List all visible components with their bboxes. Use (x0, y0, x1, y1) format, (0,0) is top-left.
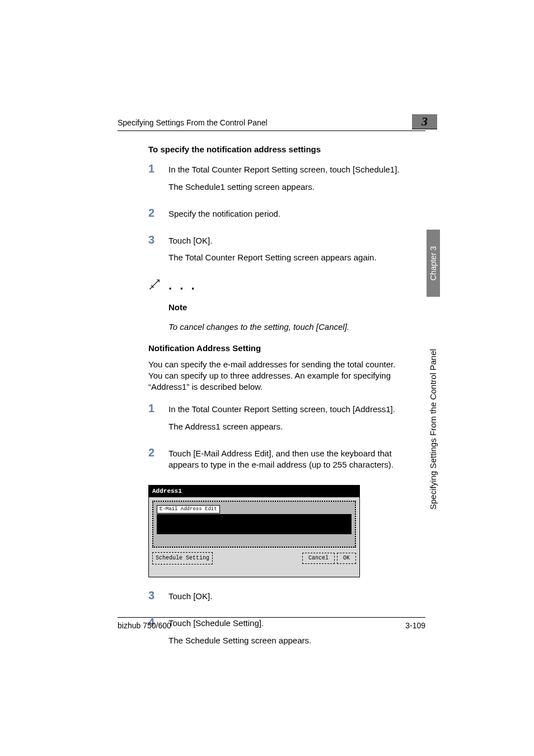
running-header-text: Specifying Settings From the Control Pan… (118, 118, 268, 127)
step-text: Specify the notification period. (168, 208, 410, 220)
step-number: 2 (148, 447, 168, 477)
step-body: Touch [OK]. (168, 590, 410, 608)
step-body: Touch [OK]. The Total Counter Report Set… (168, 234, 410, 269)
step-item: 1 In the Total Counter Report Setting sc… (148, 403, 410, 438)
step-number: 1 (148, 163, 168, 198)
side-title-text: Specifying Settings From the Control Pan… (428, 349, 438, 510)
step-text: In the Total Counter Report Setting scre… (168, 164, 410, 175)
panel-button-row: Schedule Setting Cancel OK (152, 552, 356, 564)
panel-body: E-Mail Address Edit Schedule Setting Can… (149, 497, 359, 577)
step-text: The Address1 screen appears. (168, 421, 410, 432)
cancel-button[interactable]: Cancel (302, 553, 335, 564)
step-number: 1 (148, 403, 168, 438)
email-address-edit-button[interactable]: E-Mail Address Edit (157, 505, 220, 514)
step-text: In the Total Counter Report Setting scre… (168, 404, 410, 415)
page-footer: bizhub 750/600 3-109 (118, 617, 425, 630)
schedule-setting-button[interactable]: Schedule Setting (152, 552, 213, 564)
step-item: 3 Touch [OK]. The Total Counter Report S… (148, 234, 410, 269)
section1-heading: To specify the notification address sett… (148, 144, 410, 155)
step-text: The Total Counter Report Setting screen … (168, 252, 410, 263)
step-body: Specify the notification period. (168, 207, 410, 225)
cancel-ok-group: Cancel OK (302, 553, 356, 564)
step-text: Touch [OK]. (168, 235, 410, 246)
section2-intro: You can specify the e-mail addresses for… (148, 359, 410, 393)
step-text: Touch [OK]. (168, 591, 410, 602)
side-title: Specifying Settings From the Control Pan… (428, 302, 438, 510)
address1-panel: Address1 E-Mail Address Edit Schedule Se… (148, 485, 360, 577)
note-row: . . . (148, 278, 410, 293)
note-text: To cancel changes to the setting, touch … (168, 321, 410, 333)
step-text: Touch [E-Mail Address Edit], and then us… (168, 448, 410, 471)
step-number: 3 (148, 234, 168, 269)
side-chapter-tab: Chapter 3 (427, 230, 440, 297)
step-item: 1 In the Total Counter Report Setting sc… (148, 163, 410, 198)
panel-dotted-area: E-Mail Address Edit (152, 501, 356, 548)
step-body: In the Total Counter Report Setting scre… (168, 163, 410, 198)
section2-heading: Notification Address Setting (148, 343, 410, 354)
side-chapter-text: Chapter 3 (429, 246, 438, 280)
step-body: Touch [E-Mail Address Edit], and then us… (168, 447, 410, 477)
step-number: 2 (148, 207, 168, 225)
note-icon (148, 278, 168, 293)
section2-steps-a: 1 In the Total Counter Report Setting sc… (148, 403, 410, 476)
section1-steps: 1 In the Total Counter Report Setting sc… (148, 163, 410, 269)
footer-right: 3-109 (405, 621, 425, 630)
footer-left: bizhub 750/600 (118, 621, 171, 630)
note-label: Note (168, 302, 410, 313)
step-item: 3 Touch [OK]. (148, 590, 410, 608)
ok-button[interactable]: OK (337, 553, 356, 564)
step-item: 2 Specify the notification period. (148, 207, 410, 225)
chapter-number: 3 (421, 114, 428, 128)
page: Specifying Settings From the Control Pan… (0, 0, 534, 756)
email-input-area[interactable] (157, 514, 352, 534)
running-header: Specifying Settings From the Control Pan… (118, 118, 425, 131)
step-item: 2 Touch [E-Mail Address Edit], and then … (148, 447, 410, 477)
note-dots: . . . (168, 278, 197, 292)
step-body: In the Total Counter Report Setting scre… (168, 403, 410, 438)
step-text: The Schedule1 setting screen appears. (168, 181, 410, 193)
chapter-number-tab: 3 (412, 114, 437, 129)
panel-title: Address1 (149, 486, 359, 497)
step-text: The Schedule Setting screen appears. (168, 635, 410, 646)
step-number: 3 (148, 590, 168, 608)
main-content: To specify the notification address sett… (148, 144, 410, 661)
